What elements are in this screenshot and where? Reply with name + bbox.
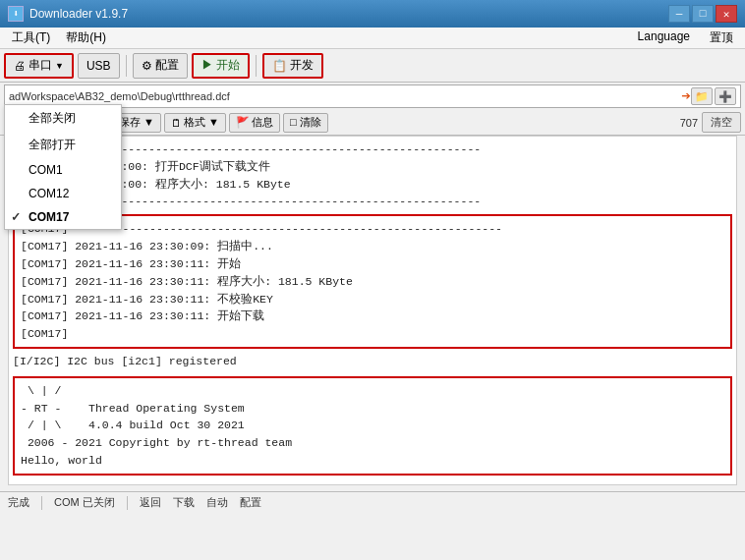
- status-bar: 完成 COM 已关闭 返回 下载 自动 配置: [0, 491, 745, 513]
- log-count: 707: [680, 117, 698, 129]
- minimize-button[interactable]: —: [668, 5, 690, 23]
- app-title: Downloader v1.9.7: [29, 7, 668, 21]
- menu-pin[interactable]: 置顶: [702, 28, 741, 48]
- log-rt-logo-3: / | \ 4.0.4 build Oct 30 2021: [21, 417, 724, 434]
- usb-button[interactable]: USB: [78, 53, 120, 79]
- clear-all-button[interactable]: 清空: [702, 112, 741, 133]
- dropdown-open-all[interactable]: 全部打开: [5, 132, 121, 158]
- log-no-key: [COM17] 2021-11-16 23:30:11: 不校验KEY: [21, 291, 724, 308]
- restore-button[interactable]: □: [692, 5, 714, 23]
- toolbar-sep-2: [256, 55, 257, 77]
- start-button[interactable]: ▶ 开始: [192, 53, 250, 79]
- status-sep-2: [127, 496, 128, 510]
- clear-checkbox-button[interactable]: □ 清除: [283, 113, 328, 133]
- menu-bar: 工具(T) 帮助(H) Language 置顶: [0, 28, 745, 49]
- download-label: 下载: [173, 495, 195, 510]
- serial-dropdown: 全部关闭 全部打开 COM1 COM12 COM17: [4, 104, 122, 230]
- info-button[interactable]: 🚩 信息: [229, 113, 280, 133]
- menu-tools[interactable]: 工具(T): [4, 28, 58, 48]
- download-hint-box: [COM17] --------------------------------…: [13, 214, 732, 349]
- dropdown-com1[interactable]: COM1: [5, 158, 121, 182]
- path-browse-button[interactable]: 📁: [691, 87, 713, 105]
- config-button[interactable]: ⚙ 配置: [133, 53, 188, 79]
- log-i2c: [I/I2C] I2C bus [i2c1] registered: [13, 353, 732, 370]
- serial-arrow: ▼: [55, 61, 64, 71]
- debug-info-box: \ | / - RT - Thread Operating System / |…: [13, 376, 732, 476]
- window-controls: — □ ✕: [668, 5, 737, 23]
- log-begin-dl: [COM17] 2021-11-16 23:30:11: 开始下载: [21, 308, 724, 325]
- close-button[interactable]: ✕: [716, 5, 737, 23]
- menu-right: Language 置顶: [630, 28, 741, 48]
- log-rt-logo-1: \ | /: [21, 382, 724, 400]
- count-display: 707 清空: [680, 112, 741, 133]
- serial-icon: 🖨: [14, 59, 26, 73]
- path-text: adWorkspace\AB32_demo\Debug\rtthread.dcf: [9, 90, 681, 102]
- dropdown-com12[interactable]: COM12: [5, 182, 121, 205]
- log-start: [COM17] 2021-11-16 23:30:11: 开始: [21, 255, 724, 273]
- log-com17-sep: [COM17] --------------------------------…: [21, 220, 724, 238]
- dropdown-close-all[interactable]: 全部关闭: [5, 105, 121, 132]
- path-icons: 📁 ➕: [691, 87, 736, 105]
- config-label: 配置: [240, 495, 261, 510]
- title-bar: ⬇ Downloader v1.9.7 — □ ✕: [0, 0, 745, 28]
- status-complete: 完成: [8, 495, 29, 510]
- log-rt-logo-2: - RT - Thread Operating System: [21, 400, 724, 418]
- dev-button[interactable]: 📋 开发: [262, 53, 323, 79]
- log-rt-logo-4: 2006 - 2021 Copyright by rt-thread team: [21, 434, 724, 452]
- info-icon: 🚩: [236, 116, 250, 129]
- dropdown-com17[interactable]: COM17: [5, 205, 121, 229]
- auto-label: 自动: [206, 495, 228, 510]
- log-scanning: [COM17] 2021-11-16 23:30:09: 扫描中...: [21, 238, 724, 255]
- log-com17-end: [COM17]: [21, 325, 724, 343]
- status-sep-1: [41, 496, 42, 510]
- serial-button[interactable]: 🖨 串口 ▼: [4, 53, 74, 79]
- log-prog-size-2: [COM17] 2021-11-16 23:30:11: 程序大小: 181.5…: [21, 273, 724, 291]
- format-icon: 🗒: [171, 117, 182, 129]
- toolbar: 🖨 串口 ▼ USB ⚙ 配置 ▶ 开始 📋 开发 全部关闭 全部打开 COM1…: [0, 49, 745, 83]
- dev-icon: 📋: [272, 59, 287, 73]
- format-button[interactable]: 🗒 格式 ▼: [164, 113, 226, 133]
- menu-language[interactable]: Language: [630, 28, 698, 45]
- menu-help[interactable]: 帮助(H): [58, 28, 114, 48]
- toolbar-sep-1: [126, 55, 127, 77]
- app-icon: ⬇: [8, 6, 24, 22]
- return-label: 返回: [140, 495, 161, 510]
- config-icon: ⚙: [142, 59, 152, 73]
- com-status: COM 已关闭: [54, 495, 115, 510]
- path-arrow[interactable]: ➔: [681, 86, 691, 106]
- path-action-button[interactable]: ➕: [715, 87, 736, 105]
- log-hello-world: Hello, world: [21, 452, 724, 470]
